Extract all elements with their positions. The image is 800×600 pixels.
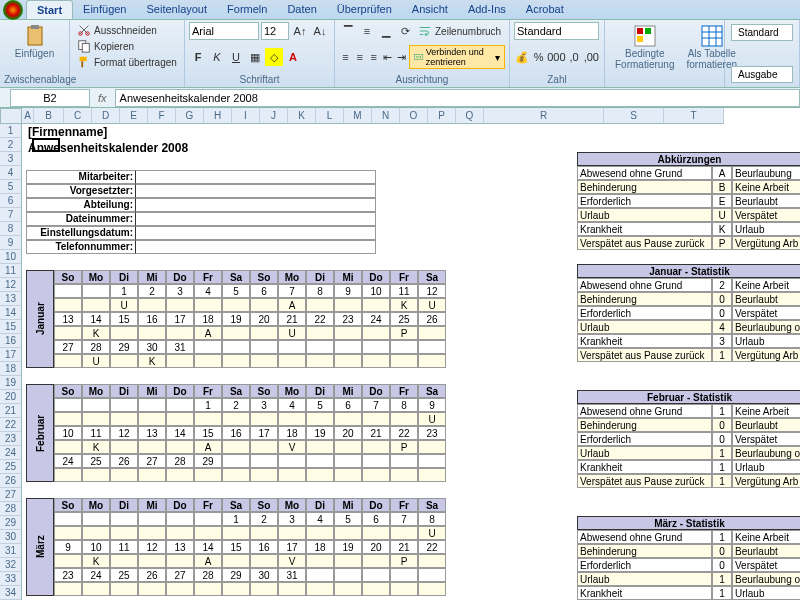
cal-cell[interactable] [54,512,82,526]
ribbon-tab-start[interactable]: Start [26,0,73,19]
cal-cell[interactable] [306,340,334,354]
cal-cell[interactable] [222,340,250,354]
office-button[interactable] [3,0,23,20]
cal-cell[interactable] [362,568,390,582]
cal-cell[interactable] [138,298,166,312]
row-header[interactable]: 29 [0,516,22,530]
cal-cell[interactable] [306,298,334,312]
row-header[interactable]: 3 [0,152,22,166]
cal-cell[interactable]: 5 [334,512,362,526]
cal-cell[interactable]: 19 [306,426,334,440]
ribbon-tab-acrobat[interactable]: Acrobat [516,0,574,19]
row-header[interactable]: 10 [0,250,22,264]
cal-cell[interactable]: 16 [250,540,278,554]
cal-cell[interactable] [278,468,306,482]
select-all-corner[interactable] [0,108,22,124]
cal-cell[interactable] [82,298,110,312]
cal-cell[interactable] [166,526,194,540]
ribbon-tab-seitenlayout[interactable]: Seitenlayout [137,0,218,19]
cal-cell[interactable]: 30 [250,568,278,582]
col-header[interactable]: R [484,108,604,124]
calendar-grid[interactable]: SoMoDiMiDoFrSaSoMoDiMiDoFrSa123456789U10… [54,384,446,482]
cal-cell[interactable] [166,354,194,368]
cal-cell[interactable]: 2 [250,512,278,526]
cal-cell[interactable]: U [82,354,110,368]
cal-cell[interactable] [82,412,110,426]
cal-cell[interactable] [166,468,194,482]
formula-bar[interactable]: Anwesenheitskalender 2008 [115,89,800,107]
cal-cell[interactable] [166,512,194,526]
ribbon-tab-daten[interactable]: Daten [277,0,326,19]
cal-cell[interactable]: 5 [222,284,250,298]
cal-cell[interactable] [418,440,446,454]
cal-cell[interactable]: 8 [418,512,446,526]
cal-cell[interactable]: 22 [390,426,418,440]
cal-cell[interactable]: 7 [362,398,390,412]
cal-cell[interactable] [194,354,222,368]
fill-color-button[interactable]: ◇ [265,48,283,66]
cal-cell[interactable]: 16 [222,426,250,440]
col-header[interactable]: S [604,108,664,124]
cal-cell[interactable]: 30 [138,340,166,354]
cal-cell[interactable]: 20 [250,312,278,326]
cal-cell[interactable] [362,554,390,568]
cal-cell[interactable]: 5 [306,398,334,412]
cal-cell[interactable] [138,468,166,482]
cal-cell[interactable] [54,468,82,482]
bold-button[interactable]: F [189,48,207,66]
cal-cell[interactable] [334,526,362,540]
cal-cell[interactable]: 27 [138,454,166,468]
cal-cell[interactable] [194,512,222,526]
cal-cell[interactable]: K [82,326,110,340]
cal-cell[interactable]: 15 [194,426,222,440]
cal-cell[interactable] [418,582,446,596]
cal-cell[interactable]: U [278,326,306,340]
ribbon-tab-einfügen[interactable]: Einfügen [73,0,136,19]
row-header[interactable]: 7 [0,208,22,222]
cal-cell[interactable]: 3 [278,512,306,526]
cal-cell[interactable] [306,440,334,454]
indent-dec-button[interactable]: ⇤ [381,48,394,66]
col-header[interactable]: C [64,108,92,124]
cal-cell[interactable]: 19 [334,540,362,554]
cal-cell[interactable] [334,326,362,340]
cal-cell[interactable]: 18 [306,540,334,554]
row-header[interactable]: 33 [0,572,22,586]
cal-cell[interactable]: 12 [418,284,446,298]
cal-cell[interactable] [306,326,334,340]
cal-cell[interactable]: P [390,554,418,568]
cal-cell[interactable]: 26 [418,312,446,326]
align-middle-button[interactable]: ≡ [358,22,376,40]
cal-cell[interactable]: 4 [306,512,334,526]
cal-cell[interactable]: K [138,354,166,368]
cal-cell[interactable]: 26 [138,568,166,582]
cal-cell[interactable] [250,454,278,468]
col-header[interactable]: P [428,108,456,124]
comma-button[interactable]: 000 [547,48,565,66]
cal-cell[interactable] [194,526,222,540]
shrink-font-button[interactable]: A↓ [311,22,329,40]
row-header[interactable]: 24 [0,446,22,460]
cal-cell[interactable]: 24 [54,454,82,468]
cal-cell[interactable] [110,398,138,412]
row-header[interactable]: 28 [0,502,22,516]
cal-cell[interactable]: V [278,554,306,568]
cal-cell[interactable] [222,354,250,368]
cal-cell[interactable]: 27 [166,568,194,582]
col-header[interactable]: L [316,108,344,124]
cal-cell[interactable] [166,554,194,568]
cal-cell[interactable] [418,568,446,582]
row-header[interactable]: 5 [0,180,22,194]
cal-cell[interactable]: 28 [166,454,194,468]
row-header[interactable]: 12 [0,278,22,292]
cal-cell[interactable]: 23 [418,426,446,440]
col-header[interactable]: M [344,108,372,124]
ribbon-tab-überprüfen[interactable]: Überprüfen [327,0,402,19]
cal-cell[interactable] [278,582,306,596]
cal-cell[interactable]: 23 [54,568,82,582]
col-header[interactable]: G [176,108,204,124]
cal-cell[interactable] [418,354,446,368]
cal-cell[interactable] [390,468,418,482]
underline-button[interactable]: U [227,48,245,66]
cal-cell[interactable]: K [82,554,110,568]
